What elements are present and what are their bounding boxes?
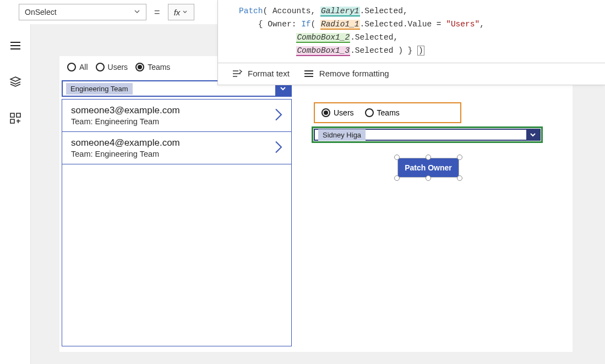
fx-label: fx (174, 8, 181, 17)
combobox-chip: Engineering Team (66, 83, 133, 95)
chevron-down-icon (526, 130, 539, 140)
formula-token: = (432, 20, 446, 29)
accounts-gallery: someone3@example.com Team: Engineering T… (62, 99, 292, 346)
radio-circle-icon (365, 108, 374, 117)
selection-handle[interactable] (394, 175, 400, 181)
fx-button[interactable]: fx (168, 4, 194, 20)
selection-handle[interactable] (394, 155, 400, 160)
chevron-right-icon (274, 108, 284, 124)
remove-formatting-label: Remove formatting (319, 69, 389, 78)
formula-token: .Selected (350, 33, 393, 42)
user-combobox[interactable]: Sidney Higa (312, 126, 543, 143)
formula-cursor-paren: ) (417, 46, 424, 56)
formula-token-string: "Users" (446, 20, 479, 29)
radio-circle-icon (67, 63, 76, 71)
owner-type-radio-group: Users Teams (314, 102, 461, 123)
radio-all[interactable]: All (67, 63, 88, 71)
formula-token-gallery: Gallery1 (320, 7, 360, 16)
radio-users-label: Users (108, 63, 128, 71)
formula-toolbar: Format text Remove formatting (218, 63, 605, 85)
patch-owner-selection: Patch Owner (397, 158, 459, 178)
remove-formatting-button[interactable]: Remove formatting (304, 69, 389, 78)
left-nav-rail (0, 24, 31, 364)
chevron-right-icon (274, 140, 284, 156)
remove-formatting-icon (304, 70, 314, 78)
radio-all-label: All (79, 63, 88, 71)
svg-rect-2 (17, 113, 20, 117)
svg-rect-0 (10, 113, 14, 117)
formula-token-combo2: ComboBox1_2 (296, 33, 350, 43)
radio-circle-icon (96, 63, 105, 71)
property-dropdown-value: OnSelect (25, 8, 57, 16)
formula-token-combo3: ComboBox1_3 (296, 46, 350, 56)
radio-teams[interactable]: Teams (135, 63, 170, 71)
formula-token: .Selected (350, 46, 393, 55)
chevron-down-icon (182, 9, 188, 15)
radio-users[interactable]: Users (96, 63, 128, 71)
radio-circle-icon (135, 63, 144, 71)
app-canvas: All Users Teams Engineering Team someone… (59, 56, 573, 352)
formula-bar: Patch( Accounts, Gallery1.Selected, { Ow… (217, 0, 605, 85)
formula-token: ) } (398, 46, 412, 55)
formula-editor[interactable]: Patch( Accounts, Gallery1.Selected, { Ow… (218, 0, 605, 63)
svg-rect-1 (10, 119, 14, 123)
radio-owner-teams-label: Teams (377, 108, 400, 117)
formula-token-radio: Radio1_1 (320, 20, 360, 30)
gallery-item[interactable]: someone4@example.com Team: Engineering T… (62, 132, 291, 164)
property-dropdown[interactable]: OnSelect (19, 4, 146, 20)
gallery-item[interactable]: someone3@example.com Team: Engineering T… (62, 100, 291, 132)
chevron-down-icon (134, 8, 140, 16)
formula-token: Accounts (272, 7, 311, 15)
format-text-button[interactable]: Format text (232, 69, 290, 78)
radio-teams-label: Teams (148, 63, 170, 71)
format-text-label: Format text (248, 69, 290, 78)
equals-label: = (151, 7, 163, 18)
layers-icon[interactable] (9, 76, 21, 88)
hamburger-icon[interactable] (9, 40, 21, 52)
filter-radio-group: All Users Teams (67, 63, 170, 71)
radio-circle-icon (321, 108, 330, 117)
combobox-chip: Sidney Higa (318, 129, 366, 141)
radio-owner-users[interactable]: Users (321, 108, 354, 117)
gallery-item-team: Team: Engineering Team (71, 117, 284, 126)
formula-token: .Selected (360, 7, 403, 15)
selection-handle[interactable] (457, 155, 462, 160)
patch-owner-button[interactable]: Patch Owner (397, 158, 459, 178)
format-text-icon (232, 69, 242, 78)
selection-handle[interactable] (457, 175, 462, 181)
selection-handle[interactable] (426, 175, 431, 181)
selection-handle[interactable] (426, 155, 431, 160)
patch-owner-label: Patch Owner (405, 163, 452, 172)
gallery-item-team: Team: Engineering Team (71, 150, 284, 158)
formula-token: .Selected.Value (360, 20, 432, 29)
gallery-item-email: someone4@example.com (71, 137, 284, 148)
radio-owner-users-label: Users (334, 108, 354, 117)
grid-add-icon[interactable] (9, 112, 21, 124)
formula-token: If (301, 20, 310, 29)
radio-owner-teams[interactable]: Teams (365, 108, 400, 117)
gallery-item-email: someone3@example.com (71, 105, 284, 116)
formula-token: Owner: (268, 20, 296, 29)
formula-token: Patch (239, 7, 263, 15)
